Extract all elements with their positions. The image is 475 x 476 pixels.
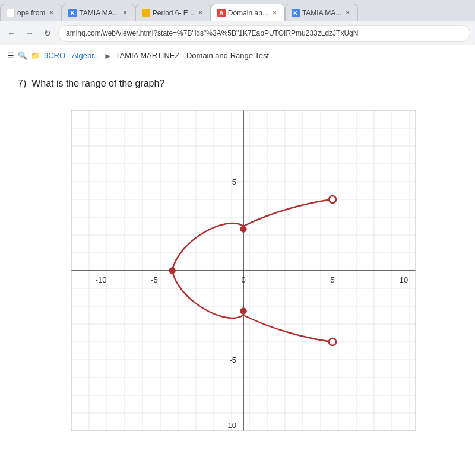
url-bar[interactable]: amihq.com/web/viewer.html?state=%7B"ids"… (58, 25, 470, 42)
tab-tamia-ma-5[interactable]: K TAMIA MA... ✕ (285, 4, 358, 21)
tab5-close[interactable]: ✕ (344, 8, 352, 18)
url-text: amihq.com/web/viewer.html?state=%7B"ids"… (66, 29, 358, 37)
tab3-label: Period 6- E... (153, 9, 194, 17)
question-number: 7) (18, 78, 26, 88)
question-body: What is the range of the graph? (31, 78, 164, 88)
dot-vertex (169, 268, 175, 274)
nav-icon: ☰ (7, 51, 14, 60)
tab-bar: ope from ✕ K TAMIA MA... ✕ Period 6- E..… (0, 0, 475, 21)
breadcrumb-separator: ► (104, 51, 112, 61)
tab-period6[interactable]: Period 6- E... ✕ (135, 4, 211, 21)
tab3-icon (142, 9, 150, 17)
tab2-icon: K (68, 9, 77, 17)
svg-text:-5: -5 (229, 356, 236, 364)
tab3-close[interactable]: ✕ (197, 8, 204, 18)
graph-svg: -10 -5 0 5 10 5 -5 -10 (36, 99, 439, 449)
folder-icon: 📁 (31, 51, 40, 60)
dot-lower (240, 308, 246, 314)
tab4-label: Domain an... (228, 9, 268, 17)
forward-button[interactable]: → (23, 26, 37, 40)
search-icon: 🔍 (18, 51, 27, 60)
breadcrumb-bar: ☰ 🔍 📁 9CRO - Algebr... ► TAMIA MARTINEZ … (0, 45, 475, 66)
open-circle-lower (329, 338, 336, 345)
breadcrumb-link-1[interactable]: 9CRO - Algebr... (44, 51, 100, 60)
tab5-label: TAMIA MA... (302, 9, 341, 17)
svg-text:0: 0 (241, 275, 245, 284)
tab-domain-and[interactable]: A Domain an... ✕ (211, 4, 285, 21)
open-circle-upper (329, 196, 336, 203)
tab1-icon (7, 9, 15, 17)
back-button[interactable]: ← (5, 26, 19, 40)
dot-upper (240, 226, 246, 232)
graph-container: -10 -5 0 5 10 5 -5 -10 (18, 99, 457, 449)
tab5-icon: K (292, 9, 300, 17)
tab1-label: ope from (17, 9, 45, 17)
tab-ope-from[interactable]: ope from ✕ (0, 4, 62, 21)
tab4-icon: A (217, 9, 226, 17)
question-text: 7) What is the range of the graph? (18, 78, 457, 89)
tab1-close[interactable]: ✕ (48, 8, 55, 18)
svg-text:-5: -5 (151, 275, 158, 284)
address-bar: ← → ↻ amihq.com/web/viewer.html?state=%7… (0, 21, 475, 45)
svg-text:5: 5 (232, 177, 236, 186)
svg-text:5: 5 (330, 275, 334, 284)
breadcrumb-current: TAMIA MARTINEZ - Domain and Range Test (116, 51, 270, 60)
tab2-label: TAMIA MA... (79, 9, 118, 17)
svg-text:-10: -10 (225, 421, 236, 430)
svg-text:-10: -10 (96, 275, 107, 284)
tab4-close[interactable]: ✕ (271, 8, 278, 18)
tab2-close[interactable]: ✕ (121, 8, 129, 18)
tab-tamia-ma-2[interactable]: K TAMIA MA... ✕ (62, 4, 135, 21)
svg-text:10: 10 (400, 275, 408, 284)
reload-button[interactable]: ↻ (40, 26, 55, 40)
main-content: 7) What is the range of the graph? (0, 66, 475, 461)
